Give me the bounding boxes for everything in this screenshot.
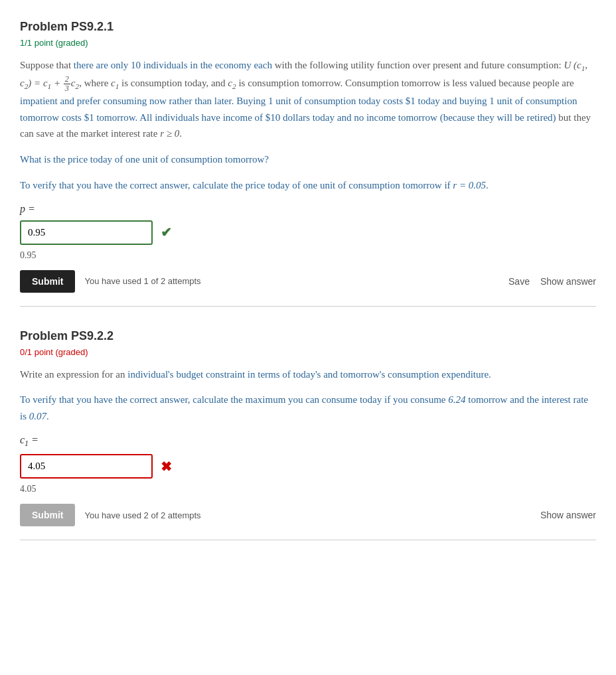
- problem-1-section: Problem PS9.2.1 1/1 point (graded) Suppo…: [20, 13, 596, 307]
- problem-1-points: 1/1 point (graded): [20, 38, 596, 48]
- problem-2-submit-button[interactable]: Submit: [20, 504, 75, 526]
- problem-2-prev-answer: 4.05: [20, 484, 596, 494]
- problem-1-action-left: Submit You have used 1 of 2 attempts: [20, 270, 201, 293]
- problem-1-question: What is the price today of one unit of c…: [20, 151, 596, 168]
- problem-1-prev-answer: 0.95: [20, 250, 596, 261]
- problem-2-input-label: c1 =: [20, 434, 596, 449]
- problem-1-attempts: You have used 1 of 2 attempts: [84, 276, 200, 286]
- problem-1-input[interactable]: [20, 220, 153, 245]
- problem-1-action-right: Save Show answer: [508, 276, 596, 287]
- problem-1-save-link[interactable]: Save: [508, 276, 530, 287]
- problem-2-section: Problem PS9.2.2 0/1 point (graded) Write…: [20, 323, 596, 540]
- problem-1-action-row: Submit You have used 1 of 2 attempts Sav…: [20, 270, 596, 293]
- problem-2-action-left: Submit You have used 2 of 2 attempts: [20, 504, 201, 526]
- problem-2-points: 0/1 point (graded): [20, 347, 596, 357]
- highlight-text: there are only 10 individuals: [74, 60, 188, 70]
- problem-2-action-row: Submit You have used 2 of 2 attempts Sho…: [20, 504, 596, 526]
- problem-2-attempts: You have used 2 of 2 attempts: [84, 510, 200, 520]
- problem-2-action-right: Show answer: [540, 510, 596, 520]
- problem-2-input[interactable]: [20, 454, 153, 479]
- problem-1-input-label: p =: [20, 203, 596, 215]
- problem-2-title: Problem PS9.2.2: [20, 329, 596, 343]
- problem-2-incorrect-icon: ✖: [161, 459, 172, 475]
- problem-1-title: Problem PS9.2.1: [20, 20, 596, 34]
- problem-2-show-answer-link[interactable]: Show answer: [540, 510, 596, 520]
- problem-1-verify: To verify that you have the correct answ…: [20, 177, 596, 194]
- problem-1-description: Suppose that there are only 10 individua…: [20, 57, 596, 142]
- problem-1-submit-button[interactable]: Submit: [20, 270, 75, 293]
- problem-2-verify: To verify that you have the correct answ…: [20, 392, 596, 425]
- problem-1-show-answer-link[interactable]: Show answer: [540, 276, 596, 287]
- problem-2-input-row: ✖: [20, 454, 596, 479]
- problem-1-correct-icon: ✔: [161, 224, 172, 240]
- problem-1-input-row: ✔: [20, 220, 596, 245]
- problem-2-description: Write an expression for an individual's …: [20, 366, 596, 383]
